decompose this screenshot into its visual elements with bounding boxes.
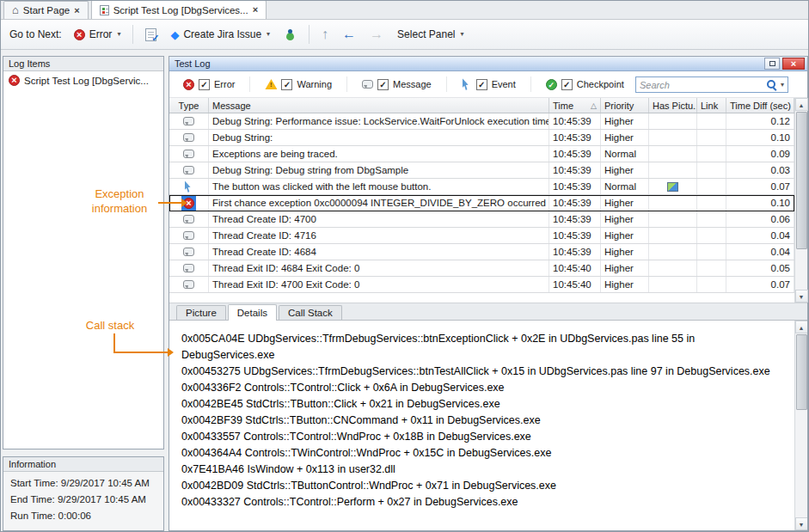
annotation-exception-information: Exception information <box>80 187 159 216</box>
cell-time: 10:45:39 <box>549 113 601 129</box>
scroll-up-button[interactable]: ▲ <box>795 98 808 111</box>
show-test-item-button[interactable] <box>140 26 162 44</box>
column-label: Has Pictu... <box>653 101 697 111</box>
filter-label: Event <box>492 79 516 89</box>
close-icon[interactable]: × <box>74 6 79 15</box>
log-tree-item[interactable]: Script Test Log [DbgServic... <box>3 71 163 89</box>
close-icon[interactable]: × <box>253 5 258 15</box>
event-checkbox[interactable] <box>476 79 487 90</box>
cell-has-picture <box>649 228 697 243</box>
cell-message: First chance exception 0xc0000094 INTEGE… <box>209 195 549 211</box>
column-header-priority[interactable]: Priority <box>601 98 649 113</box>
tab-label: Start Page <box>23 5 70 15</box>
grid-vertical-scrollbar[interactable]: ▲ ▼ <box>794 98 807 303</box>
panel-title: Test Log <box>175 58 762 69</box>
table-row[interactable]: Debug String: Performance issue: LockSer… <box>169 113 794 130</box>
go-to-next-error-button[interactable]: Error ▾ <box>69 26 126 43</box>
test-log-panel: Test Log × Error Warning Message <box>169 56 808 531</box>
message-icon <box>183 248 194 256</box>
go-to-next-label: Go to Next: <box>9 28 62 40</box>
go-up-button[interactable]: ↑ <box>316 25 334 44</box>
table-row[interactable]: Thread Exit ID: 4700 Exit Code: 0 10:45:… <box>169 277 794 293</box>
scroll-down-button[interactable]: ▼ <box>795 517 808 530</box>
table-row[interactable]: The button was clicked with the left mou… <box>169 179 794 195</box>
document-tab-bar: ⌂ Start Page × Script Test Log [DbgServi… <box>1 1 808 20</box>
table-row[interactable]: Debug String: Debug string from DbgSampl… <box>169 162 794 179</box>
picture-icon[interactable] <box>667 182 678 192</box>
cell-time: 10:45:39 <box>549 179 601 194</box>
close-panel-button[interactable]: × <box>782 58 805 70</box>
warning-icon <box>265 79 277 89</box>
message-icon <box>183 231 194 240</box>
column-header-type[interactable]: Type <box>169 98 209 113</box>
search-input[interactable] <box>640 80 763 90</box>
cell-link <box>697 195 726 211</box>
table-row[interactable]: Thread Create ID: 4716 10:45:39 Higher 0… <box>169 228 794 244</box>
tab-start-page[interactable]: ⌂ Start Page × <box>3 1 89 19</box>
call-stack-text: 0x005CA04E UDbgServices::TfrmDebugServic… <box>169 321 794 530</box>
message-icon <box>183 280 194 289</box>
column-header-link[interactable]: Link <box>697 98 726 113</box>
message-checkbox[interactable] <box>377 79 389 90</box>
back-button[interactable]: ← <box>337 25 361 44</box>
annotation-call-stack-arrowhead <box>168 348 174 357</box>
tab-picture[interactable]: Picture <box>176 305 226 320</box>
bug-tracking-button[interactable] <box>279 26 302 44</box>
cell-priority: Higher <box>601 130 649 145</box>
tab-call-stack[interactable]: Call Stack <box>279 305 342 320</box>
annotation-call-stack-line-vertical <box>113 333 115 353</box>
forward-button[interactable]: → <box>365 25 389 44</box>
cell-type <box>169 162 209 178</box>
details-vertical-scrollbar[interactable]: ▲ ▼ <box>794 321 807 530</box>
cell-priority: Higher <box>601 277 649 292</box>
table-row[interactable]: Thread Create ID: 4684 10:45:39 Higher 0… <box>169 244 794 260</box>
cell-link <box>697 228 726 243</box>
cell-link <box>697 146 726 162</box>
cell-time: 10:45:39 <box>549 130 601 145</box>
table-row-selected[interactable]: First chance exception 0xc0000094 INTEGE… <box>169 195 794 211</box>
maximize-button[interactable] <box>764 58 780 70</box>
table-row[interactable]: Thread Create ID: 4700 10:45:39 Higher 0… <box>169 211 794 228</box>
filter-separator <box>346 76 347 92</box>
checkpoint-checkbox[interactable] <box>561 79 573 90</box>
select-panel-button[interactable]: Select Panel ▾ <box>392 26 469 43</box>
column-header-time-diff[interactable]: Time Diff (sec) <box>726 98 794 113</box>
column-header-message[interactable]: Message <box>209 98 549 113</box>
column-label: Type <box>179 101 199 111</box>
up-arrow-icon: ↑ <box>322 28 328 41</box>
cell-priority: Higher <box>601 113 649 129</box>
table-row[interactable]: Exceptions are being traced. 10:45:39 No… <box>169 146 794 162</box>
scrollbar-thumb[interactable] <box>796 112 807 249</box>
table-row[interactable]: Thread Exit ID: 4684 Exit Code: 0 10:45:… <box>169 260 794 277</box>
search-dropdown-icon[interactable]: ▾ <box>781 82 784 89</box>
scrollbar-thumb[interactable] <box>796 334 807 410</box>
event-icon <box>462 78 472 90</box>
error-checkbox[interactable] <box>199 79 210 90</box>
tab-details[interactable]: Details <box>228 304 277 321</box>
tab-script-test-log[interactable]: Script Test Log [DbgServices... × <box>91 0 267 19</box>
cell-time-diff: 0.03 <box>726 162 794 178</box>
warning-checkbox[interactable] <box>281 79 292 90</box>
table-row[interactable]: Debug String: 10:45:39 Higher 0.10 <box>169 130 794 146</box>
test-log-icon <box>100 5 109 15</box>
create-jira-issue-button[interactable]: ◆ Create Jira Issue ▾ <box>165 26 275 43</box>
column-header-has-picture[interactable]: Has Pictu... <box>649 98 697 113</box>
cell-link <box>697 211 726 227</box>
column-label: Message <box>212 101 251 111</box>
stack-frame: 0x004364A4 Controls::TWinControl::WndPro… <box>181 445 788 462</box>
column-header-time[interactable]: Time△ <box>549 98 601 113</box>
scroll-up-button[interactable]: ▲ <box>795 321 808 333</box>
column-label: Link <box>701 101 718 111</box>
cell-message: Thread Create ID: 4700 <box>209 211 549 227</box>
search-icon[interactable] <box>766 79 777 90</box>
stack-frame: 0x0042BF39 StdCtrls::TButton::CNCommand … <box>181 413 788 429</box>
cell-has-picture <box>649 260 697 276</box>
cell-has-picture <box>649 277 697 292</box>
cell-time-diff: 0.12 <box>726 113 794 129</box>
scroll-down-button[interactable]: ▼ <box>795 290 808 303</box>
error-icon <box>183 79 194 90</box>
stack-frame: 0x00453275 UDbgServices::TfrmDebugServic… <box>181 364 788 380</box>
cell-priority: Higher <box>601 195 649 211</box>
cell-time-diff: 0.07 <box>726 277 794 292</box>
main-toolbar: Go to Next: Error ▾ ◆ Create Jira Issue … <box>1 20 808 50</box>
